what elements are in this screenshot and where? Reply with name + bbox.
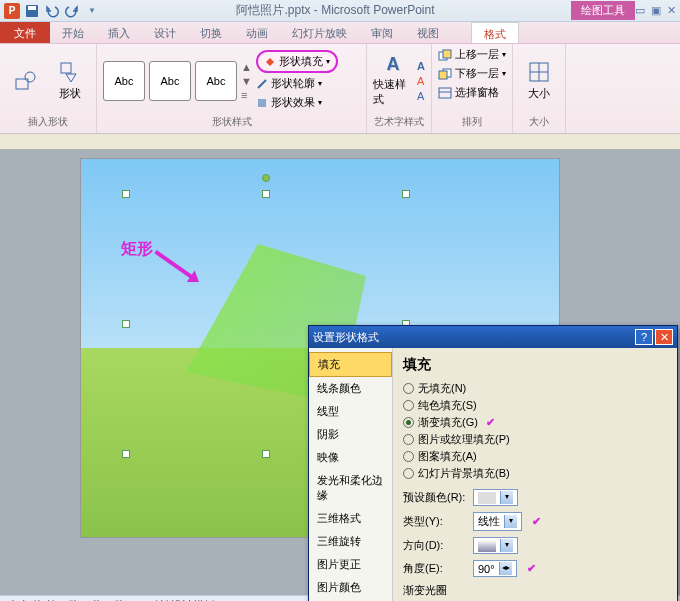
tab-animations[interactable]: 动画 (234, 22, 280, 43)
bring-forward-button[interactable]: 上移一层▾ (438, 46, 506, 63)
nav-glow[interactable]: 发光和柔化边缘 (309, 469, 392, 507)
text-outline-icon[interactable]: A (417, 75, 425, 87)
powerpoint-icon: P (4, 3, 20, 19)
dialog-panel: 填充 无填充(N) 纯色填充(S) 渐变填充(G)✔ 图片或纹理填充(P) 图案… (393, 348, 677, 601)
nav-picture-color[interactable]: 图片颜色 (309, 576, 392, 599)
effects-icon (256, 97, 268, 109)
resize-handle[interactable] (122, 320, 130, 328)
annotation-check-icon: ✔ (532, 515, 541, 528)
nav-fill[interactable]: 填充 (309, 352, 392, 377)
svg-point-3 (25, 72, 35, 82)
resize-handle[interactable] (402, 190, 410, 198)
window-title: 阿恺照片.pptx - Microsoft PowerPoint (100, 2, 571, 19)
tab-review[interactable]: 审阅 (359, 22, 405, 43)
rotate-handle[interactable] (262, 174, 270, 182)
svg-rect-7 (443, 50, 451, 58)
title-bar: P ▼ 阿恺照片.pptx - Microsoft PowerPoint 绘图工… (0, 0, 680, 22)
dialog-title: 设置形状格式 (313, 330, 379, 345)
minimize-icon[interactable]: ▭ (635, 4, 645, 17)
qat-more-icon[interactable]: ▼ (84, 3, 100, 19)
radio-no-fill[interactable]: 无填充(N) (403, 380, 667, 397)
bucket-icon (264, 56, 276, 68)
send-backward-button[interactable]: 下移一层▾ (438, 65, 506, 82)
angle-spinner[interactable]: 90°◂▸ (473, 560, 517, 577)
shape-fill-button[interactable]: 形状填充 ▾ (256, 50, 338, 73)
shape-outline-button[interactable]: 形状轮廓▾ (256, 75, 338, 92)
dialog-close-icon[interactable]: ✕ (655, 329, 673, 345)
tab-view[interactable]: 视图 (405, 22, 451, 43)
dialog-titlebar[interactable]: 设置形状格式 ? ✕ (309, 326, 677, 348)
resize-handle[interactable] (122, 190, 130, 198)
tab-insert[interactable]: 插入 (96, 22, 142, 43)
slide-workarea: 矩形 设置形状格式 ? ✕ 填充 线条颜色 线型 阴 (0, 150, 680, 595)
svg-rect-4 (61, 63, 71, 73)
nav-3d-format[interactable]: 三维格式 (309, 507, 392, 530)
radio-solid-fill[interactable]: 纯色填充(S) (403, 397, 667, 414)
tab-slideshow[interactable]: 幻灯片放映 (280, 22, 359, 43)
resize-handle[interactable] (262, 190, 270, 198)
annotation-check-icon: ✔ (527, 562, 536, 575)
resize-handle[interactable] (262, 450, 270, 458)
annotation-check-icon: ✔ (486, 416, 495, 429)
ribbon: 形状 插入形状 Abc Abc Abc ▲ ▼ ≡ 形状填充 ▾ (0, 44, 680, 134)
nav-picture-correct[interactable]: 图片更正 (309, 553, 392, 576)
radio-picture-fill[interactable]: 图片或纹理填充(P) (403, 431, 667, 448)
nav-shadow[interactable]: 阴影 (309, 423, 392, 446)
pen-icon (256, 78, 268, 90)
nav-reflection[interactable]: 映像 (309, 446, 392, 469)
save-icon[interactable] (24, 3, 40, 19)
svg-rect-5 (258, 99, 266, 107)
dialog-nav: 填充 线条颜色 线型 阴影 映像 发光和柔化边缘 三维格式 三维旋转 图片更正 … (309, 348, 393, 601)
dialog-help-icon[interactable]: ? (635, 329, 653, 345)
group-size: 大小 大小 (513, 44, 566, 133)
undo-icon[interactable] (44, 3, 60, 19)
direction-combo[interactable]: ▾ (473, 537, 518, 554)
tab-format[interactable]: 格式 (471, 22, 519, 43)
svg-rect-10 (439, 88, 451, 98)
tab-design[interactable]: 设计 (142, 22, 188, 43)
style-gallery-down-icon[interactable]: ▼ (241, 75, 252, 87)
style-gallery-more-icon[interactable]: ≡ (241, 89, 252, 101)
quick-styles-button[interactable]: A 快速样式 (373, 56, 413, 106)
shape-effects-button[interactable]: 形状效果▾ (256, 94, 338, 111)
nav-3d-rotation[interactable]: 三维旋转 (309, 530, 392, 553)
radio-pattern-fill[interactable]: 图案填充(A) (403, 448, 667, 465)
svg-rect-1 (28, 6, 36, 10)
group-arrange: 上移一层▾ 下移一层▾ 选择窗格 排列 (432, 44, 513, 133)
resize-handle[interactable] (122, 450, 130, 458)
maximize-icon[interactable]: ▣ (651, 4, 661, 17)
style-preset-1[interactable]: Abc (103, 61, 145, 101)
edit-shape-button[interactable] (6, 56, 46, 106)
selection-pane-button[interactable]: 选择窗格 (438, 84, 499, 101)
nav-line-color[interactable]: 线条颜色 (309, 377, 392, 400)
group-shape-styles: Abc Abc Abc ▲ ▼ ≡ 形状填充 ▾ 形状轮廓▾ (97, 44, 367, 133)
close-icon[interactable]: ✕ (667, 4, 676, 17)
svg-rect-9 (439, 71, 447, 79)
group-insert-shape: 形状 插入形状 (0, 44, 97, 133)
redo-icon[interactable] (64, 3, 80, 19)
text-effects-icon[interactable]: A (417, 90, 425, 102)
preset-color-combo[interactable]: ▾ (473, 489, 518, 506)
radio-slidebg-fill[interactable]: 幻灯片背景填充(B) (403, 465, 667, 482)
shapes-button[interactable]: 形状 (50, 56, 90, 106)
group-wordart: A 快速样式 A A A 艺术字样式 (367, 44, 432, 133)
ruler (0, 134, 680, 150)
tab-transitions[interactable]: 切换 (188, 22, 234, 43)
ribbon-tabs: 文件 开始 插入 设计 切换 动画 幻灯片放映 审阅 视图 格式 (0, 22, 680, 44)
type-combo[interactable]: 线性▾ (473, 512, 522, 531)
format-shape-dialog: 设置形状格式 ? ✕ 填充 线条颜色 线型 阴影 映像 发光和柔化边缘 三维格式… (308, 325, 678, 601)
style-preset-3[interactable]: Abc (195, 61, 237, 101)
tab-home[interactable]: 开始 (50, 22, 96, 43)
size-button[interactable]: 大小 (519, 56, 559, 106)
style-gallery-up-icon[interactable]: ▲ (241, 61, 252, 73)
style-preset-2[interactable]: Abc (149, 61, 191, 101)
contextual-tab-label: 绘图工具 (571, 1, 635, 20)
radio-gradient-fill[interactable]: 渐变填充(G)✔ (403, 414, 667, 431)
file-tab[interactable]: 文件 (0, 22, 50, 43)
nav-line-style[interactable]: 线型 (309, 400, 392, 423)
panel-title: 填充 (403, 356, 667, 374)
text-fill-icon[interactable]: A (417, 60, 425, 72)
